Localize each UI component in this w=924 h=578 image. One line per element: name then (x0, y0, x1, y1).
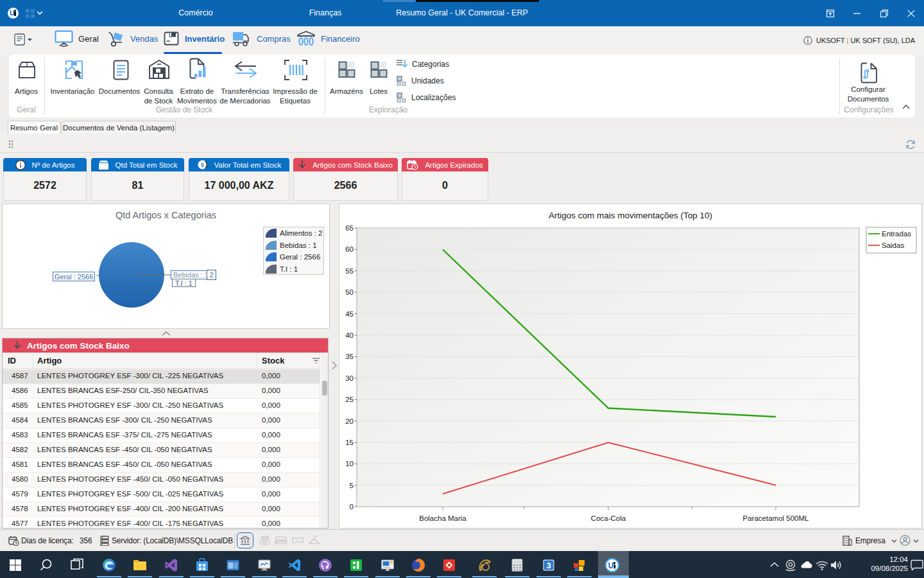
svg-text:Bolacha Maria: Bolacha Maria (419, 514, 466, 522)
svg-text:60: 60 (345, 245, 354, 253)
svg-text:5: 5 (350, 482, 354, 489)
svg-text:U: U (608, 561, 614, 570)
svg-text:30: 30 (345, 374, 354, 382)
svg-text:10: 10 (345, 460, 354, 468)
svg-text:45: 45 (345, 310, 354, 318)
svg-text:25: 25 (345, 396, 354, 403)
svg-text:15: 15 (345, 439, 354, 446)
svg-text:Saidas: Saidas (882, 241, 904, 249)
svg-text:0: 0 (350, 503, 354, 511)
svg-text:3: 3 (546, 561, 551, 570)
svg-text:40: 40 (345, 331, 354, 339)
svg-text:55: 55 (345, 267, 354, 275)
svg-text:Entradas: Entradas (882, 230, 911, 238)
svg-text:$: $ (201, 161, 205, 168)
svg-text:Coca-Cola: Coca-Cola (591, 514, 626, 522)
svg-text:Paracetamol 500ML: Paracetamol 500ML (743, 514, 810, 522)
svg-text:20: 20 (345, 417, 354, 425)
svg-text:65: 65 (345, 224, 354, 232)
svg-text:50: 50 (345, 288, 354, 296)
svg-text:35: 35 (345, 353, 354, 360)
